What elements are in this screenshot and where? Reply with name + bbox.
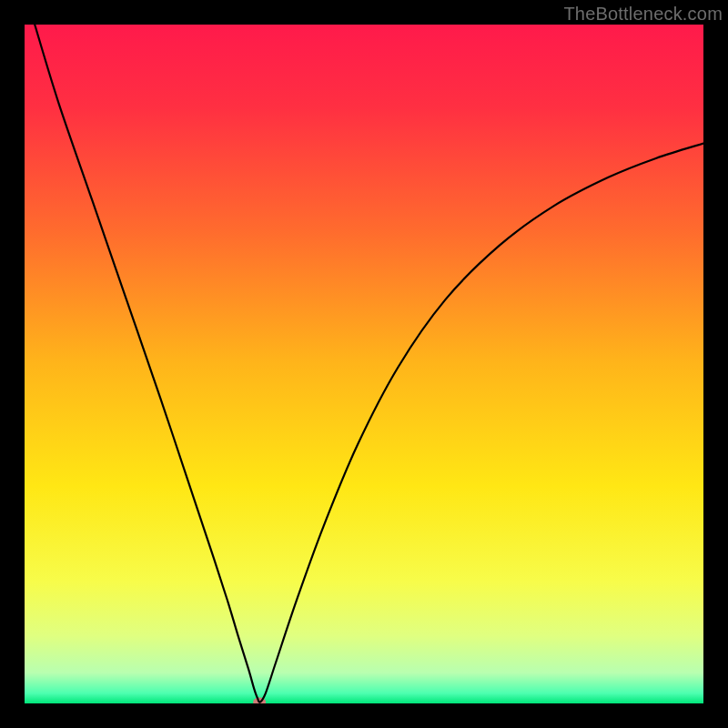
- chart-background: [25, 25, 703, 703]
- watermark-text: TheBottleneck.com: [563, 4, 723, 25]
- chart-frame: [25, 25, 703, 703]
- chart-svg: [25, 25, 703, 703]
